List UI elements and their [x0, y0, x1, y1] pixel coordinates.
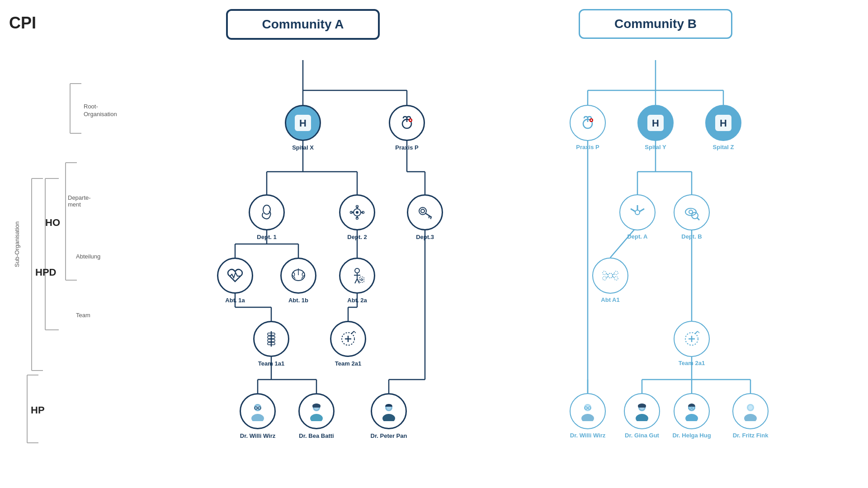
left-sidebar: CPI Root-Organisation [0, 0, 99, 488]
community-a-box: Community A [226, 9, 380, 40]
svg-point-92 [361, 279, 363, 281]
svg-point-158 [744, 414, 757, 421]
node-dept-b[interactable]: Dept. B [674, 194, 710, 230]
svg-text:H: H [299, 117, 307, 129]
svg-point-70 [356, 211, 359, 214]
dr-willi-wirz-b-label: Dr. Willi Wirz [570, 432, 606, 439]
dr-bea-batti-label: Dr. Bea Batti [299, 432, 334, 439]
svg-point-110 [310, 414, 323, 421]
svg-rect-91 [359, 277, 364, 282]
abteilung-label: Abteilung [76, 253, 100, 260]
node-dr-willi-wirz-a[interactable]: Dr. Willi Wirz [240, 393, 276, 429]
hpd-label: HPD [35, 267, 56, 278]
svg-point-68 [263, 205, 270, 214]
svg-point-80 [421, 209, 425, 213]
praxis-p-b-label: Praxis P [576, 144, 599, 150]
svg-point-131 [603, 277, 606, 280]
node-dept2[interactable]: Dept. 2 [339, 194, 375, 230]
node-dept3[interactable]: Dept.3 [407, 194, 443, 230]
team-label: Team [76, 312, 90, 319]
node-spital-x[interactable]: H Spital X [285, 105, 321, 141]
svg-point-125 [689, 210, 693, 214]
dept-b-label: Dept. B [681, 233, 702, 240]
svg-point-132 [614, 277, 618, 280]
dr-peter-pan-label: Dr. Peter Pan [371, 432, 407, 439]
svg-line-136 [612, 277, 614, 277]
svg-point-104 [251, 414, 264, 421]
node-abt-a1[interactable]: Abt A1 [592, 258, 628, 294]
node-dr-peter-pan[interactable]: Dr. Peter Pan [371, 393, 407, 429]
svg-point-79 [419, 207, 426, 215]
abt1a-label: Abt. 1a [225, 297, 245, 304]
svg-point-124 [685, 208, 696, 216]
node-team1a1[interactable]: Team 1a1 [253, 321, 289, 357]
diagram-area: Community A Community B H Spital X [99, 0, 868, 488]
dr-fritz-fink-label: Dr. Fritz Fink [733, 432, 769, 439]
community-b-box: Community B [579, 9, 732, 39]
node-team2a1[interactable]: Team 2a1 [330, 321, 366, 357]
svg-point-143 [581, 414, 594, 421]
svg-line-140 [695, 331, 698, 334]
dept1-label: Dept. 1 [257, 234, 276, 240]
svg-line-53 [610, 226, 637, 258]
svg-point-149 [636, 414, 648, 421]
node-dr-bea-batti[interactable]: Dr. Bea Batti [298, 393, 335, 429]
node-dr-helga-hug[interactable]: Dr. Helga Hug [674, 393, 710, 429]
abt-a1-label: Abt A1 [601, 296, 619, 303]
svg-point-159 [748, 405, 753, 410]
svg-line-134 [612, 274, 614, 275]
svg-line-89 [355, 279, 357, 283]
spital-y-label: Spital Y [645, 144, 666, 150]
dr-willi-wirz-a-label: Dr. Willi Wirz [240, 432, 276, 439]
hp-label: HP [31, 404, 45, 416]
svg-line-141 [698, 331, 699, 333]
node-spital-z[interactable]: H Spital Z [705, 105, 741, 141]
node-dept1[interactable]: Dept. 1 [249, 194, 285, 230]
cpi-label: CPI [9, 14, 36, 33]
svg-point-113 [382, 414, 395, 421]
svg-text:H: H [652, 117, 659, 129]
node-praxis-p-b[interactable]: Praxis P [570, 105, 606, 141]
team1a1-label: Team 1a1 [258, 360, 284, 367]
node-abt1a[interactable]: Abt. 1a [217, 258, 253, 294]
praxis-p-label: Praxis P [395, 144, 418, 151]
dr-helga-hug-label: Dr. Helga Hug [672, 432, 711, 439]
team2a1-label: Team 2a1 [335, 360, 361, 367]
dept3-label: Dept.3 [416, 234, 434, 240]
node-team2a1-b[interactable]: Team 2a1 [674, 321, 710, 357]
team2a1-b-label: Team 2a1 [679, 360, 705, 366]
svg-line-135 [606, 277, 609, 277]
node-dr-gina-gut[interactable]: Dr. Gina Gut [624, 393, 660, 429]
node-abt2a[interactable]: Abt. 2a [339, 258, 375, 294]
departement-label: Departe-ment [68, 194, 91, 208]
node-dr-fritz-fink[interactable]: Dr. Fritz Fink [732, 393, 769, 429]
node-dr-willi-wirz-b[interactable]: Dr. Willi Wirz [570, 393, 606, 429]
main-container: CPI Root-Organisation [0, 0, 868, 488]
svg-point-129 [603, 271, 606, 275]
ho-label: HO [45, 217, 60, 229]
community-a-label: Community A [262, 17, 344, 31]
svg-line-133 [606, 274, 609, 275]
node-dept-a[interactable]: Dept. A [619, 194, 656, 230]
node-praxis-p[interactable]: Praxis P [389, 105, 425, 141]
dept2-label: Dept. 2 [347, 234, 367, 240]
svg-line-102 [354, 331, 356, 333]
svg-point-152 [685, 414, 698, 421]
sub-org-label: Sub-Organisation [14, 221, 20, 267]
node-abt1b[interactable]: Abt. 1b [280, 258, 316, 294]
svg-line-127 [697, 218, 699, 220]
svg-point-130 [614, 271, 618, 275]
spital-z-label: Spital Z [713, 144, 734, 150]
abt2a-label: Abt. 2a [347, 297, 367, 304]
svg-text:H: H [720, 117, 727, 129]
community-b-label: Community B [614, 17, 697, 31]
svg-point-86 [355, 268, 359, 273]
node-spital-y[interactable]: H Spital Y [637, 105, 674, 141]
spital-x-label: Spital X [292, 144, 314, 151]
abt1b-label: Abt. 1b [288, 297, 308, 304]
dr-gina-gut-label: Dr. Gina Gut [625, 432, 659, 439]
svg-line-101 [351, 331, 354, 334]
svg-point-128 [608, 273, 613, 278]
svg-point-123 [635, 210, 640, 215]
dept-a-label: Dept. A [627, 233, 647, 240]
